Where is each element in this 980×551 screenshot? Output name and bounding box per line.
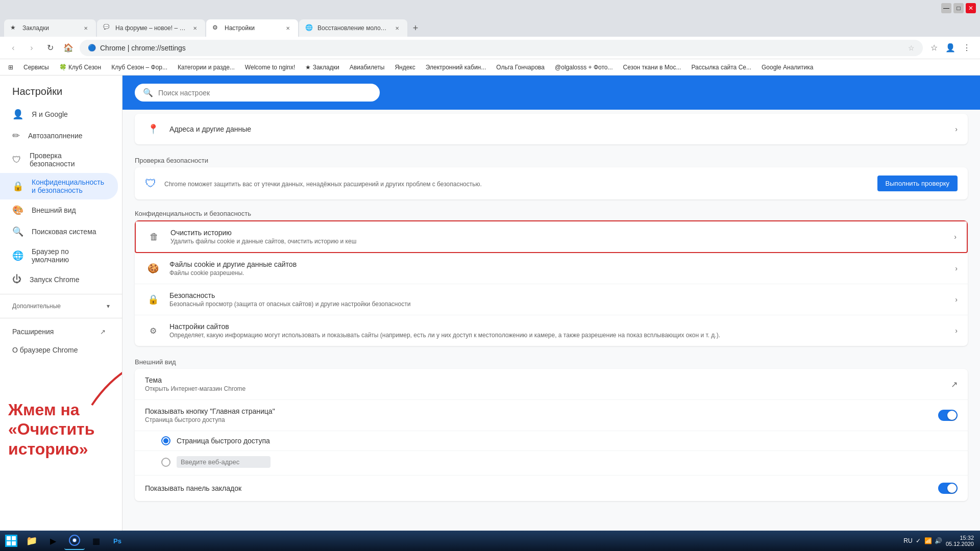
- taskbar-clock[interactable]: 15:32 05.12.2020: [946, 535, 974, 547]
- search-icon: 🔍: [143, 88, 153, 97]
- bookmark-club-season[interactable]: 🍀 Клуб Сезон: [55, 63, 105, 72]
- bookmark-electric[interactable]: Электронний кабин...: [422, 63, 491, 72]
- url-input[interactable]: [177, 456, 271, 468]
- appearance-settings-card: Тема Открыть Интернет-магазин Chrome ↗ П…: [135, 369, 968, 501]
- taskbar: 📁 ▶ ▦ Ps RU ✓ 📶 🔊: [0, 531, 980, 551]
- tab-close-settings[interactable]: ✕: [284, 24, 292, 32]
- forward-button[interactable]: ›: [24, 41, 39, 55]
- bookmark-categories[interactable]: Категории и разде...: [174, 63, 239, 72]
- radio-enter-url[interactable]: [135, 451, 968, 475]
- security-shield-icon: 🛡: [145, 177, 156, 190]
- language-indicator[interactable]: RU: [904, 537, 912, 545]
- bookmark-yandex[interactable]: Яндекс: [390, 63, 419, 72]
- sidebar-item-me-google[interactable]: 👤 Я и Google: [0, 104, 118, 125]
- sidebar-item-appearance[interactable]: 🎨 Внешний вид: [0, 199, 118, 221]
- home-button-toggle[interactable]: [938, 410, 958, 421]
- bookmark-nginx[interactable]: Welcome to nginx!: [241, 63, 300, 72]
- main-settings-content: 🔍 📍 Адреса и другие данные ›: [122, 76, 980, 531]
- clear-history-row[interactable]: 🗑 Очистить историю Удалить файлы cookie …: [135, 220, 968, 253]
- sidebar-item-extensions[interactable]: Расширения ↗: [0, 322, 118, 341]
- bookmark-season-fabric[interactable]: Сезон ткани в Мос...: [619, 63, 685, 72]
- address-star-icon: ☆: [908, 44, 915, 52]
- additional-chevron-icon: ▾: [107, 303, 110, 310]
- sidebar-item-privacy[interactable]: 🔒 Конфиденциальность и безопасность: [0, 173, 118, 199]
- tab-close-restore[interactable]: ✕: [393, 24, 401, 32]
- sidebar-divider: [0, 294, 122, 294]
- home-button-row[interactable]: Показывать кнопку "Главная страница" Стр…: [135, 400, 968, 431]
- tab-settings[interactable]: ⚙ Настройки ✕: [206, 19, 298, 37]
- tab-label-forum: На форуме – новое! – Страниц...: [115, 24, 187, 32]
- annotation-container: Жмем на«Очистить историю»: [0, 400, 122, 459]
- tab-restore[interactable]: 🌐 Восстановление молодости ли... ✕: [299, 19, 407, 37]
- privacy-section: 🗑 Очистить историю Удалить файлы cookie …: [122, 220, 980, 346]
- bookmarks-bar-title: Показывать панель закладок: [145, 484, 930, 492]
- bookmark-star-button[interactable]: ☆: [927, 41, 941, 55]
- tab-favicon-settings: ⚙: [212, 24, 220, 32]
- sidebar-label-appearance: Внешний вид: [32, 206, 76, 214]
- site-settings-row[interactable]: ⚙ Настройки сайтов Определяет, какую инф…: [135, 315, 968, 346]
- sidebar-additional[interactable]: Дополнительные ▾: [0, 298, 122, 314]
- reload-button[interactable]: ↻: [43, 41, 57, 55]
- clear-history-icon: 🗑: [146, 229, 162, 245]
- settings-dots-button[interactable]: ⋮: [960, 41, 974, 55]
- appearance-section-title: Внешний вид: [122, 350, 980, 369]
- cookies-row[interactable]: 🍪 Файлы cookie и другие данные сайтов Фа…: [135, 253, 968, 284]
- tab-close-forum[interactable]: ✕: [191, 24, 199, 32]
- bookmark-aviabilety[interactable]: Авиабилеты: [346, 63, 389, 72]
- navigation-bar: ‹ › ↻ 🏠 🔵 Chrome | chrome://settings ☆ ☆…: [0, 37, 980, 59]
- start-button[interactable]: [2, 532, 20, 550]
- theme-subtitle: Открыть Интернет-магазин Chrome: [145, 385, 943, 392]
- bookmarks-bar-row[interactable]: Показывать панель закладок: [135, 475, 968, 501]
- svg-point-3: [73, 539, 76, 542]
- site-settings-subtitle: Определяет, какую информацию могут испол…: [169, 332, 947, 339]
- taskbar-photoshop[interactable]: Ps: [107, 532, 128, 550]
- taskbar-media[interactable]: ▶: [43, 532, 63, 550]
- sidebar-label-startup: Запуск Chrome: [30, 276, 79, 284]
- theme-row[interactable]: Тема Открыть Интернет-магазин Chrome ↗: [135, 369, 968, 400]
- bookmark-olga[interactable]: Ольга Гончарова: [492, 63, 549, 72]
- bookmark-club-forum[interactable]: Клуб Сезон – Фор...: [107, 63, 172, 72]
- search-input[interactable]: [158, 89, 372, 97]
- sidebar-label-search-engine: Поисковая система: [32, 228, 96, 236]
- bookmark-mailing[interactable]: Рассылка сайта Се...: [687, 63, 755, 72]
- bookmark-bookmarks[interactable]: ★ Закладки: [301, 63, 343, 72]
- search-input-wrap[interactable]: 🔍: [135, 84, 380, 102]
- security-check-description: Chrome поможет защитить вас от утечки да…: [164, 181, 869, 188]
- sidebar-item-autofill[interactable]: ✏ Автозаполнение: [0, 125, 118, 146]
- security-row[interactable]: 🔒 Безопасность Безопасный просмотр (защи…: [135, 284, 968, 315]
- home-button[interactable]: 🏠: [61, 41, 76, 55]
- minimize-button[interactable]: —: [941, 3, 951, 13]
- sidebar-item-search-engine[interactable]: 🔍 Поисковая система: [0, 221, 118, 242]
- sidebar-item-security-check[interactable]: 🛡 Проверка безопасности: [0, 146, 118, 173]
- bookmark-olgalosss[interactable]: @olgalosss + Фото...: [551, 63, 617, 72]
- explorer-icon: 📁: [26, 535, 38, 547]
- new-tab-button[interactable]: +: [408, 21, 423, 35]
- tab-forum[interactable]: 💬 На форуме – новое! – Страниц... ✕: [97, 19, 205, 37]
- win-square-3: [7, 541, 11, 545]
- user-profile-icon[interactable]: 👤: [943, 41, 958, 55]
- radio-enter-url-circle: [161, 458, 170, 467]
- sidebar-label-default-browser: Браузер по умолчанию: [32, 247, 106, 264]
- addresses-row[interactable]: 📍 Адреса и другие данные ›: [135, 114, 968, 144]
- close-button[interactable]: ✕: [966, 3, 976, 13]
- bookmark-servisy[interactable]: Сервисы: [19, 63, 53, 72]
- cookies-arrow-icon: ›: [955, 264, 958, 272]
- run-check-button[interactable]: Выполнить проверку: [877, 176, 958, 191]
- volume-tray-icon[interactable]: 🔊: [935, 537, 943, 545]
- radio-quick-access[interactable]: Страница быстрого доступа: [135, 431, 968, 451]
- tab-bookmarks[interactable]: ★ Закладки ✕: [4, 19, 96, 37]
- back-button[interactable]: ‹: [6, 41, 20, 55]
- address-bar-container: 🔵 Chrome | chrome://settings ☆: [80, 40, 923, 56]
- bookmark-apps-icon[interactable]: ⊞: [4, 63, 17, 72]
- main-scroll-content: 📍 Адреса и другие данные › Проверка безо…: [122, 110, 980, 515]
- taskbar-explorer[interactable]: 📁: [21, 532, 42, 550]
- sidebar-item-default-browser[interactable]: 🌐 Браузер по умолчанию: [0, 242, 118, 269]
- bookmarks-bar-toggle[interactable]: [938, 483, 958, 494]
- taskbar-chrome[interactable]: [64, 532, 85, 550]
- maximize-button[interactable]: □: [953, 3, 964, 13]
- taskbar-tiles[interactable]: ▦: [86, 532, 106, 550]
- sidebar-item-startup[interactable]: ⏻ Запуск Chrome: [0, 269, 118, 290]
- tab-close-bookmarks[interactable]: ✕: [82, 24, 90, 32]
- privacy-icon: 🔒: [12, 181, 23, 192]
- bookmark-analytics[interactable]: Google Аналитика: [757, 63, 817, 72]
